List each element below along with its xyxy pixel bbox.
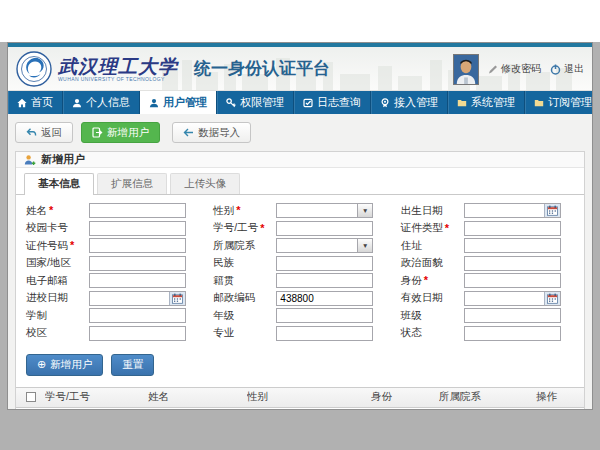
text-input[interactable] xyxy=(277,274,372,287)
text-input[interactable] xyxy=(90,239,185,252)
form-field: 邮政编码 ▼ xyxy=(213,291,386,306)
text-input[interactable] xyxy=(465,292,544,305)
nav-item-icon xyxy=(457,98,467,108)
nav-item-icon xyxy=(534,98,544,108)
university-name-cn: 武汉理工大学 xyxy=(58,56,178,76)
text-input[interactable] xyxy=(465,257,560,270)
field-input-wrap: ▼ xyxy=(276,238,373,253)
chevron-down-icon[interactable]: ▼ xyxy=(357,239,372,252)
field-input-wrap: ▼ xyxy=(276,273,373,288)
chevron-down-icon[interactable]: ▼ xyxy=(357,204,372,217)
nav-item[interactable]: 权限管理 xyxy=(217,91,294,114)
data-import-button[interactable]: 数据导入 xyxy=(172,122,251,143)
reset-button[interactable]: 重置 xyxy=(111,354,154,376)
section-header: 新增用户 xyxy=(16,152,584,168)
nav-item[interactable]: 用户管理 xyxy=(140,91,217,114)
nav-item[interactable]: 系统管理 xyxy=(448,91,525,114)
field-input-wrap: ▼ xyxy=(89,308,186,323)
nav-item[interactable]: 首页 xyxy=(8,91,63,114)
field-label: 邮政编码 xyxy=(213,291,276,305)
field-label: 进校日期 xyxy=(26,291,89,305)
text-input[interactable] xyxy=(465,204,544,217)
field-input-wrap: ▼ xyxy=(464,203,561,218)
text-input[interactable] xyxy=(277,257,372,270)
nav-item[interactable]: 个人信息 xyxy=(63,91,140,114)
form-field: 性别* ▼ xyxy=(213,203,386,218)
nav-item[interactable]: 日志查询 xyxy=(294,91,371,114)
text-input[interactable] xyxy=(277,309,372,322)
form-field: 住址 ▼ xyxy=(401,238,574,253)
column-header: 姓名 xyxy=(148,390,247,404)
field-label: 年级 xyxy=(213,309,276,323)
field-input-wrap: ▼ xyxy=(89,256,186,271)
text-input[interactable] xyxy=(277,222,372,235)
logout-label: 退出 xyxy=(564,62,584,76)
text-input[interactable] xyxy=(465,274,560,287)
nav-item[interactable]: 订阅管理 xyxy=(525,91,600,114)
column-header: 学号/工号 xyxy=(45,390,148,404)
nav-item-label: 系统管理 xyxy=(471,95,515,110)
nav-item-label: 个人信息 xyxy=(86,95,130,110)
university-logo-icon xyxy=(16,51,52,87)
form-field: 进校日期 ▼ xyxy=(26,291,199,306)
text-input[interactable] xyxy=(277,292,372,305)
field-input-wrap: ▼ xyxy=(89,273,186,288)
field-input-wrap: ▼ xyxy=(89,291,186,306)
calendar-icon[interactable] xyxy=(544,292,560,305)
tab[interactable]: 扩展信息 xyxy=(97,173,167,194)
add-user-toolbar-button[interactable]: 新增用户 xyxy=(81,122,160,143)
field-input-wrap: ▼ xyxy=(464,291,561,306)
text-input[interactable] xyxy=(90,309,185,322)
nav-item-icon xyxy=(303,98,313,108)
submit-add-user-label: 新增用户 xyxy=(50,358,92,372)
field-input-wrap: ▼ xyxy=(89,203,186,218)
text-input[interactable] xyxy=(90,292,169,305)
form-field: 学号/工号* ▼ xyxy=(213,221,386,236)
logout-link[interactable]: 退出 xyxy=(550,62,584,76)
text-input[interactable] xyxy=(90,222,185,235)
select-all-checkbox[interactable] xyxy=(26,392,36,402)
text-input[interactable] xyxy=(90,204,185,217)
submit-add-user-button[interactable]: ⊕ 新增用户 xyxy=(26,354,103,376)
back-button[interactable]: 返回 xyxy=(15,122,73,143)
field-input-wrap: ▼ xyxy=(464,221,561,236)
text-input[interactable] xyxy=(90,274,185,287)
text-input[interactable] xyxy=(465,327,560,340)
form-field: 身份* ▼ xyxy=(401,273,574,288)
field-input-wrap: ▼ xyxy=(276,221,373,236)
field-input-wrap: ▼ xyxy=(276,326,373,341)
field-input-wrap: ▼ xyxy=(276,203,373,218)
university-name-en: WUHAN UNIVERSITY OF TECHNOLOGY xyxy=(58,76,178,82)
required-asterisk: * xyxy=(49,205,53,216)
text-input[interactable] xyxy=(277,204,357,217)
field-label: 证件类型* xyxy=(401,221,464,235)
nav-item-label: 接入管理 xyxy=(394,95,438,110)
field-input-wrap: ▼ xyxy=(89,238,186,253)
desktop-top-band xyxy=(0,0,600,42)
change-password-link[interactable]: 修改密码 xyxy=(488,62,541,76)
form-field: 民族 ▼ xyxy=(213,256,386,271)
nav-item[interactable]: 接入管理 xyxy=(371,91,448,114)
field-input-wrap: ▼ xyxy=(89,326,186,341)
brand-group: 武汉理工大学 WUHAN UNIVERSITY OF TECHNOLOGY 统一… xyxy=(16,51,330,87)
text-input[interactable] xyxy=(90,327,185,340)
text-input[interactable] xyxy=(465,222,560,235)
calendar-icon[interactable] xyxy=(544,204,560,217)
field-input-wrap: ▼ xyxy=(276,291,373,306)
form-field: 年级 ▼ xyxy=(213,308,386,323)
main-nav: 首页 个人信息 用户管理 权限管理 日志查询 xyxy=(8,91,592,114)
tab[interactable]: 上传头像 xyxy=(170,173,240,194)
field-label: 学号/工号* xyxy=(213,221,276,235)
field-label: 国家/地区 xyxy=(26,256,89,270)
form-field: 班级 ▼ xyxy=(401,308,574,323)
field-label: 校区 xyxy=(26,326,89,340)
calendar-icon[interactable] xyxy=(169,292,185,305)
text-input[interactable] xyxy=(90,257,185,270)
column-header: 所属院系 xyxy=(439,390,536,404)
text-input[interactable] xyxy=(465,239,560,252)
text-input[interactable] xyxy=(277,239,357,252)
text-input[interactable] xyxy=(465,309,560,322)
data-import-label: 数据导入 xyxy=(198,126,240,140)
tab[interactable]: 基本信息 xyxy=(24,173,94,195)
text-input[interactable] xyxy=(277,327,372,340)
